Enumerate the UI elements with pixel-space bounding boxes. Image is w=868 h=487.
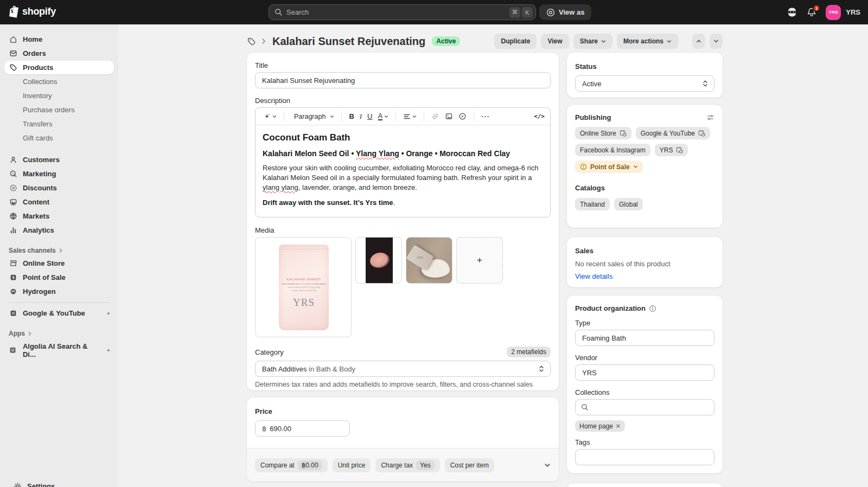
- sidebar-item-purchase-orders[interactable]: Purchase orders: [4, 103, 114, 117]
- status-select[interactable]: Active: [575, 75, 714, 92]
- global-search[interactable]: ⌘ K: [269, 4, 536, 20]
- sidebar-item-gift-cards[interactable]: Gift cards: [4, 131, 114, 145]
- type-input[interactable]: [575, 330, 714, 346]
- sidebar-item-products[interactable]: Products: [4, 61, 114, 74]
- product-pouch-image: KALAHARI SUNSET REJUVENATING COCONUT FOA…: [279, 245, 329, 330]
- tags-input[interactable]: [575, 449, 714, 465]
- store-name: YRS: [846, 8, 860, 16]
- price-input[interactable]: ฿ 690.00: [255, 420, 350, 437]
- show-html-button[interactable]: </>: [534, 113, 545, 120]
- search-input[interactable]: [286, 8, 508, 16]
- info-icon[interactable]: [649, 305, 656, 312]
- store-avatar[interactable]: YRS: [826, 5, 841, 20]
- channel-pill-google-youtube[interactable]: Google & YouTube: [636, 127, 710, 139]
- category-select[interactable]: Bath Additives in Bath & Body: [255, 361, 551, 377]
- compare-at-pill[interactable]: Compare at ฿0.00: [255, 458, 328, 472]
- sidebar-item-marketing[interactable]: Marketing: [4, 167, 114, 181]
- metafields-badge[interactable]: 2 metafields: [507, 347, 551, 357]
- media-image-primary[interactable]: KALAHARI SUNSET REJUVENATING COCONUT FOA…: [255, 237, 352, 337]
- plus-icon: +: [477, 255, 482, 266]
- media-image-powder[interactable]: [355, 237, 402, 284]
- previous-product-button[interactable]: [692, 34, 705, 49]
- unit-price-pill[interactable]: Unit price: [333, 458, 371, 472]
- title-input[interactable]: [255, 72, 551, 88]
- chevron-down-icon: [667, 39, 672, 44]
- next-card-sliver: [567, 483, 723, 487]
- breadcrumb-tag-icon[interactable]: [247, 37, 256, 46]
- price-card: Price ฿ 690.00 Compare at ฿0.00 Unit pri…: [247, 398, 559, 482]
- marketing-icon: [9, 170, 17, 178]
- notifications-button[interactable]: 1: [807, 7, 816, 17]
- sidebar-item-home[interactable]: Home: [4, 33, 114, 46]
- catalogs-list: Thailand Global: [575, 198, 714, 210]
- chevron-down-icon: [272, 114, 277, 119]
- add-media-button[interactable]: +: [456, 237, 503, 284]
- sidekick-icon[interactable]: [787, 7, 797, 18]
- sidebar-item-hydrogen[interactable]: Hydrogen: [4, 285, 114, 298]
- channel-pill-point-of-sale-warning[interactable]: Point of Sale: [575, 161, 643, 173]
- vendor-input[interactable]: [575, 364, 714, 381]
- catalog-pill-thailand[interactable]: Thailand: [575, 198, 610, 210]
- italic-button[interactable]: I: [358, 111, 364, 123]
- organization-title: Product organization: [575, 304, 646, 312]
- insert-link-button[interactable]: [429, 111, 442, 122]
- sidebar-item-algolia[interactable]: a Algolia AI Search & Di...: [4, 343, 114, 357]
- collection-tag-home-page[interactable]: Home page: [575, 420, 625, 432]
- media-image-spill[interactable]: YRS: [406, 237, 452, 284]
- sidebar-item-orders[interactable]: Orders: [4, 47, 114, 60]
- sidebar-item-point-of-sale[interactable]: $ Point of Sale: [4, 271, 114, 284]
- share-button[interactable]: Share: [573, 34, 612, 49]
- sidebar-item-online-store[interactable]: Online Store: [4, 257, 114, 270]
- channel-pill-facebook-instagram[interactable]: Facebook & Instagram: [575, 144, 650, 156]
- description-content[interactable]: Coconut Foam Bath Kalahari Melon Seed Oi…: [256, 125, 550, 217]
- channel-pill-yrs[interactable]: YRS: [655, 144, 688, 156]
- sales-message: No recent sales of this product: [575, 260, 714, 268]
- sidebar-item-settings[interactable]: Settings: [9, 479, 110, 487]
- magic-sparkle-button[interactable]: [261, 111, 279, 122]
- text-color-button[interactable]: A: [376, 111, 391, 122]
- catalog-pill-global[interactable]: Global: [614, 198, 643, 210]
- view-details-link[interactable]: View details: [575, 272, 612, 280]
- collections-search-input[interactable]: [575, 399, 714, 415]
- close-icon[interactable]: [616, 424, 621, 428]
- more-formatting-button[interactable]: ···: [479, 111, 492, 122]
- view-as-button[interactable]: View as: [539, 4, 591, 20]
- view-button[interactable]: View: [541, 34, 569, 49]
- duplicate-button[interactable]: Duplicate: [494, 34, 537, 49]
- calendar-clock-icon: [620, 130, 627, 137]
- shopify-logo[interactable]: shopify: [8, 5, 56, 18]
- sidebar-item-google-youtube[interactable]: G Google & YouTube: [4, 306, 114, 320]
- insert-image-button[interactable]: [443, 111, 455, 122]
- next-product-button[interactable]: [710, 34, 723, 49]
- alignment-button[interactable]: [401, 111, 419, 122]
- charge-tax-pill[interactable]: Charge tax Yes: [375, 458, 439, 472]
- shopify-wordmark: shopify: [22, 6, 56, 17]
- cost-per-item-pill[interactable]: Cost per item: [445, 458, 494, 472]
- updown-chevron-icon: [538, 365, 545, 373]
- manage-publishing-button[interactable]: [706, 113, 714, 121]
- sidebar-item-customers[interactable]: Customers: [4, 153, 114, 166]
- description-label: Description: [255, 97, 551, 105]
- chevron-right-icon: [27, 331, 33, 336]
- insert-video-button[interactable]: [456, 111, 469, 122]
- sidebar-item-analytics[interactable]: Analytics: [4, 223, 114, 237]
- search-icon: [581, 403, 589, 411]
- expand-price-options-button[interactable]: [544, 462, 551, 469]
- more-actions-button[interactable]: More actions: [617, 34, 678, 49]
- bold-button[interactable]: B: [347, 111, 356, 122]
- person-icon: [9, 156, 17, 164]
- sidebar-item-transfers[interactable]: Transfers: [4, 117, 114, 131]
- sidebar-item-content[interactable]: Content: [4, 195, 114, 209]
- sales-channels-header[interactable]: Sales channels: [9, 247, 110, 254]
- sidebar-item-collections[interactable]: Collections: [4, 75, 114, 88]
- channel-status-dot: [107, 312, 110, 315]
- channel-pill-online-store[interactable]: Online Store: [575, 127, 631, 139]
- sidebar-item-inventory[interactable]: Inventory: [4, 89, 114, 102]
- chevron-down-icon: [601, 39, 606, 44]
- apps-header[interactable]: Apps: [9, 330, 110, 337]
- sidebar-item-markets[interactable]: Markets: [4, 209, 114, 223]
- sidebar-item-discounts[interactable]: Discounts: [4, 181, 114, 195]
- paragraph-style-dropdown[interactable]: Paragraph: [289, 110, 336, 124]
- publishing-title: Publishing: [575, 113, 611, 121]
- underline-button[interactable]: U: [365, 111, 374, 122]
